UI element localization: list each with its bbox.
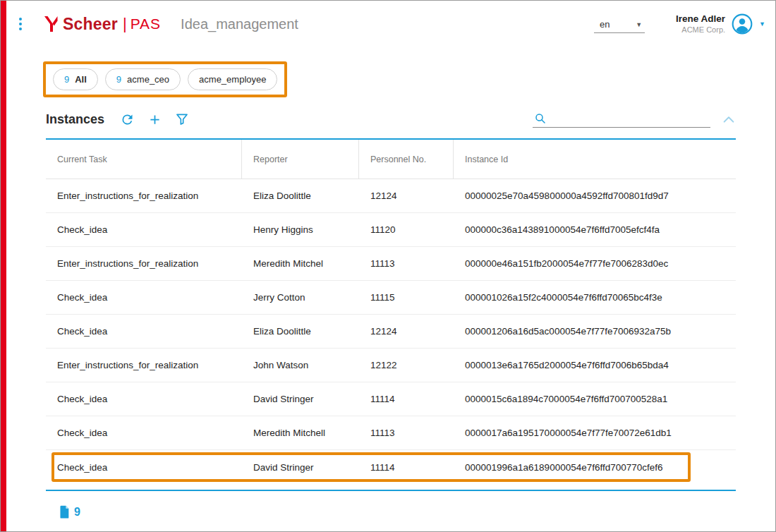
cell-reporter: Meredith Mitchell xyxy=(242,416,359,449)
language-value: en xyxy=(600,19,610,30)
cell-reporter: Eliza Doolittle xyxy=(242,315,359,348)
brand-scheer-text: Scheer xyxy=(63,15,118,34)
user-avatar-icon xyxy=(731,13,753,35)
table-footer: 9 xyxy=(59,505,775,519)
cell-personnel-no: 12122 xyxy=(359,349,454,382)
cell-reporter: Meredith Mitchel xyxy=(242,247,359,280)
app-title: Idea_management xyxy=(181,16,298,32)
cell-personnel-no: 12124 xyxy=(359,179,454,212)
search-input[interactable] xyxy=(551,114,709,124)
cell-reporter: David Stringer xyxy=(242,450,359,484)
app-window: Scheer | PAS Idea_management en ▼ Irene … xyxy=(0,0,776,532)
cell-personnel-no: 11115 xyxy=(359,281,454,314)
cell-current-task: Check_idea xyxy=(46,450,242,484)
filter-chips: 9 All 9 acme_ceo acme_employee xyxy=(53,68,277,90)
filter-button[interactable] xyxy=(175,112,189,126)
column-header[interactable]: Current Task xyxy=(46,140,242,179)
scheer-logo-mark-icon xyxy=(43,15,59,33)
user-name: Irene Adler xyxy=(676,13,725,25)
cell-current-task: Check_idea xyxy=(46,416,242,449)
table-row[interactable]: Check_idea Henry Higgins 11120 000000c36… xyxy=(46,213,736,247)
table-row[interactable]: Check_idea Eliza Doolittle 12124 0000012… xyxy=(46,315,736,349)
instance-count: 9 xyxy=(74,506,80,519)
column-header[interactable]: Reporter xyxy=(242,140,359,179)
cell-personnel-no: 12124 xyxy=(359,315,454,348)
cell-instance-id: 0000017a6a195170000054e7f77fe70072e61db1 xyxy=(454,416,736,449)
cell-current-task: Check_idea xyxy=(46,382,242,416)
cell-personnel-no: 11113 xyxy=(359,247,454,280)
table-row[interactable]: Check_idea Meredith Mitchell 11113 00000… xyxy=(46,416,736,450)
cell-personnel-no: 11114 xyxy=(359,450,454,484)
annotation-highlight-filters: 9 All 9 acme_ceo acme_employee xyxy=(43,61,287,97)
cell-current-task: Enter_instructions_for_realization xyxy=(46,349,242,382)
cell-personnel-no: 11120 xyxy=(359,213,454,246)
user-organization: ACME Corp. xyxy=(676,25,725,35)
column-header[interactable]: Personnel No. xyxy=(359,140,454,179)
instances-toolbar: Instances xyxy=(46,109,736,130)
table-row[interactable]: Check_idea David Stringer 11114 0000015c… xyxy=(46,382,736,416)
chip-label: acme_ceo xyxy=(127,74,169,85)
cell-instance-id: 0000013e6a1765d2000054e7f6ffd7006b65bda4 xyxy=(454,349,736,382)
user-menu[interactable]: Irene Adler ACME Corp. ▼ xyxy=(676,13,765,35)
chip-label: acme_employee xyxy=(199,74,266,85)
document-icon xyxy=(59,505,70,519)
table-row[interactable]: Check_idea David Stringer 11114 00000199… xyxy=(46,450,736,484)
cell-reporter: Eliza Doolittle xyxy=(242,179,359,212)
cell-instance-id: 000000e46a151fb2000054e7f77fe7006283d0ec xyxy=(454,247,736,280)
cell-current-task: Enter_instructions_for_realization xyxy=(46,247,242,280)
collapse-chevron-up-icon[interactable] xyxy=(722,114,736,125)
cell-instance-id: 0000015c6a1894c7000054e7f6ffd700700528a1 xyxy=(454,382,736,416)
table-row[interactable]: Check_idea Jerry Cotton 11115 000001026a… xyxy=(46,281,736,315)
cell-current-task: Check_idea xyxy=(46,315,242,348)
instances-table-body: Enter_instructions_for_realization Eliza… xyxy=(46,179,736,484)
user-info: Irene Adler ACME Corp. xyxy=(676,13,725,35)
refresh-button[interactable] xyxy=(120,112,135,127)
add-instance-button[interactable] xyxy=(147,112,162,127)
user-caret-icon: ▼ xyxy=(759,20,765,28)
cell-reporter: David Stringer xyxy=(242,382,359,416)
language-select[interactable]: en ▼ xyxy=(594,18,645,33)
brand-pas-text: PAS xyxy=(131,16,161,32)
cell-current-task: Check_idea xyxy=(46,213,242,246)
table-bottom-divider xyxy=(46,490,736,491)
cell-reporter: Jerry Cotton xyxy=(242,281,359,314)
filter-chip[interactable]: 9 acme_ceo xyxy=(105,68,181,90)
column-header[interactable]: Instance Id xyxy=(454,140,736,179)
cell-instance-id: 000000c36a143891000054e7f6ffd7005efcf4fa xyxy=(454,213,736,246)
brand-accent-strip xyxy=(1,1,6,531)
cell-personnel-no: 11113 xyxy=(359,416,454,449)
cell-instance-id: 00000025e70a459800000a4592ffd700801fd9d7 xyxy=(454,179,736,212)
instances-title: Instances xyxy=(46,112,104,127)
app-content: Scheer | PAS Idea_management en ▼ Irene … xyxy=(6,1,775,531)
cell-instance-id: 000001206a16d5ac000054e7f77fe7006932a75b xyxy=(454,315,736,348)
search-field[interactable] xyxy=(533,111,710,128)
filter-chip[interactable]: 9 All xyxy=(53,68,98,90)
chip-count: 9 xyxy=(116,74,121,85)
menu-kebab-icon[interactable] xyxy=(13,12,28,36)
brand-separator: | xyxy=(123,15,127,33)
cell-reporter: Henry Higgins xyxy=(242,213,359,246)
chip-count: 9 xyxy=(64,74,69,85)
table-row[interactable]: Enter_instructions_for_realization John … xyxy=(46,349,736,382)
cell-current-task: Check_idea xyxy=(46,281,242,314)
table-row[interactable]: Enter_instructions_for_realization Mered… xyxy=(46,247,736,281)
cell-instance-id: 000001026a15f2c4000054e7f6ffd70065bc4f3e xyxy=(454,281,736,314)
cell-reporter: John Watson xyxy=(242,349,359,382)
cell-instance-id: 000001996a1a6189000054e7f6ffd700770cfef6 xyxy=(454,450,736,484)
chip-label: All xyxy=(75,74,87,85)
filter-chip[interactable]: acme_employee xyxy=(188,68,277,90)
cell-current-task: Enter_instructions_for_realization xyxy=(46,179,242,212)
top-bar: Scheer | PAS Idea_management en ▼ Irene … xyxy=(6,1,775,42)
search-icon xyxy=(534,112,547,125)
table-header-row: Current TaskReporterPersonnel No.Instanc… xyxy=(46,140,736,179)
scheer-pas-logo: Scheer | PAS xyxy=(43,15,161,34)
instances-table: Current TaskReporterPersonnel No.Instanc… xyxy=(46,138,736,484)
table-row[interactable]: Enter_instructions_for_realization Eliza… xyxy=(46,179,736,213)
cell-personnel-no: 11114 xyxy=(359,382,454,416)
dropdown-caret-icon: ▼ xyxy=(636,21,642,28)
